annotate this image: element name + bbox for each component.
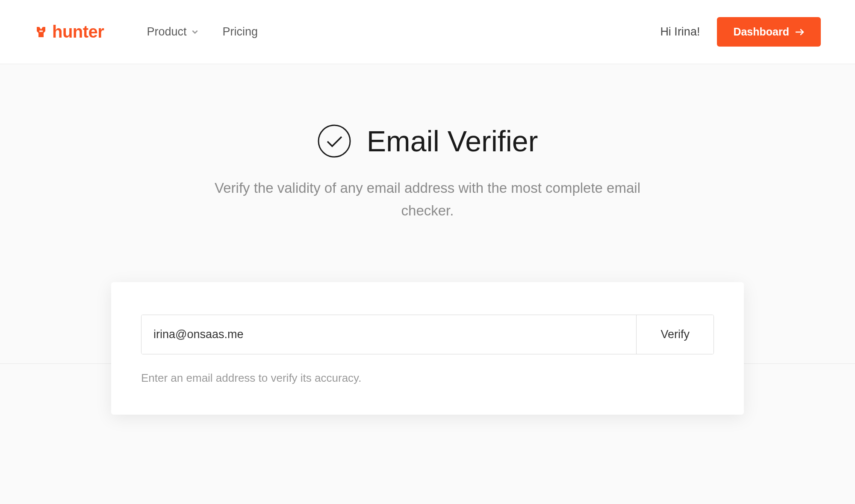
logo-text: hunter <box>52 22 104 41</box>
main-nav: Product Pricing <box>147 25 258 38</box>
hero-title-text: Email Verifier <box>367 124 538 158</box>
email-input-group: Verify <box>141 315 714 354</box>
nav-pricing-label: Pricing <box>223 25 258 38</box>
greeting-text: Hi Irina! <box>660 25 700 38</box>
hunter-logo-icon <box>34 25 48 39</box>
email-input[interactable] <box>142 315 636 354</box>
dashboard-button[interactable]: Dashboard <box>717 17 821 47</box>
main-area: Email Verifier Verify the validity of an… <box>0 64 855 504</box>
header-left: hunter Product Pricing <box>34 22 258 41</box>
svg-point-1 <box>318 125 350 157</box>
nav-product[interactable]: Product <box>147 25 198 38</box>
header: hunter Product Pricing Hi Irina! Dashboa… <box>0 0 855 64</box>
verifier-card: Verify Enter an email address to verify … <box>111 282 744 415</box>
logo[interactable]: hunter <box>34 22 104 41</box>
checkmark-circle-icon <box>317 124 351 158</box>
dashboard-button-label: Dashboard <box>733 26 789 38</box>
hero-title-row: Email Verifier <box>0 124 855 158</box>
chevron-down-icon <box>191 25 199 38</box>
hero-section: Email Verifier Verify the validity of an… <box>0 124 855 222</box>
nav-pricing[interactable]: Pricing <box>223 25 258 38</box>
header-right: Hi Irina! Dashboard <box>660 17 821 47</box>
nav-product-label: Product <box>147 25 186 38</box>
arrow-right-icon <box>795 26 805 38</box>
hint-text: Enter an email address to verify its acc… <box>141 371 714 385</box>
hero-subtitle: Verify the validity of any email address… <box>192 177 663 222</box>
verify-button[interactable]: Verify <box>636 315 713 354</box>
